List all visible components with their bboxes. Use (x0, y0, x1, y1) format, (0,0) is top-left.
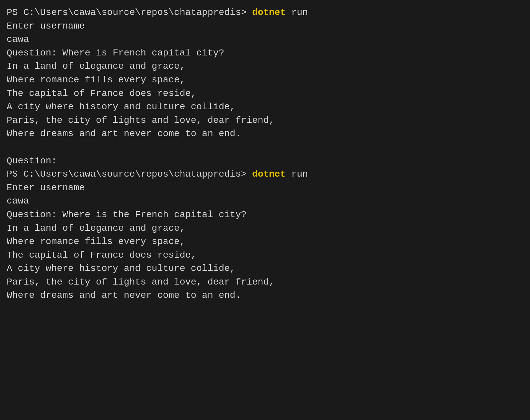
output-line-1-1: Enter username (7, 20, 523, 33)
output-line-1-6: The capital of France does reside, (7, 87, 523, 101)
output-line-1-8: Paris, the city of lights and love, dear… (7, 114, 523, 127)
command-suffix-1: run (286, 7, 308, 18)
prompt-line-2: PS C:\Users\cawa\source\repos\chatappred… (7, 168, 523, 181)
command-suffix-2: run (286, 169, 308, 179)
output-line-2-4: In a land of elegance and grace, (7, 222, 523, 235)
output-line-1-10: Question: (7, 154, 523, 168)
output-line-2-7: A city where history and culture collide… (7, 262, 523, 276)
output-line-2-9: Where dreams and art never come to an en… (7, 289, 523, 302)
output-line-1-7: A city where history and culture collide… (7, 100, 523, 114)
output-line-1-2: cawa (7, 33, 523, 46)
dotnet-keyword-2: dotnet (252, 169, 286, 179)
output-line-2-3: Question: Where is the French capital ci… (7, 208, 523, 222)
output-line-2-6: The capital of France does reside, (7, 249, 523, 262)
output-line-1-9: Where dreams and art never come to an en… (7, 127, 523, 141)
blank-line-1 (7, 141, 523, 154)
dotnet-keyword-1: dotnet (252, 7, 286, 18)
output-line-1-5: Where romance fills every space, (7, 73, 523, 87)
output-line-2-8: Paris, the city of lights and love, dear… (7, 276, 523, 289)
output-line-2-1: Enter username (7, 181, 523, 195)
output-line-2-2: cawa (7, 195, 523, 208)
output-line-1-4: In a land of elegance and grace, (7, 60, 523, 73)
prompt-line-1: PS C:\Users\cawa\source\repos\chatappred… (7, 6, 523, 20)
terminal-window: PS C:\Users\cawa\source\repos\chatappred… (7, 6, 523, 302)
output-line-2-5: Where romance fills every space, (7, 235, 523, 249)
prompt-text-1: PS C:\Users\cawa\source\repos\chatappred… (7, 7, 252, 18)
prompt-text-2: PS C:\Users\cawa\source\repos\chatappred… (7, 169, 252, 179)
output-line-1-3: Question: Where is French capital city? (7, 46, 523, 60)
